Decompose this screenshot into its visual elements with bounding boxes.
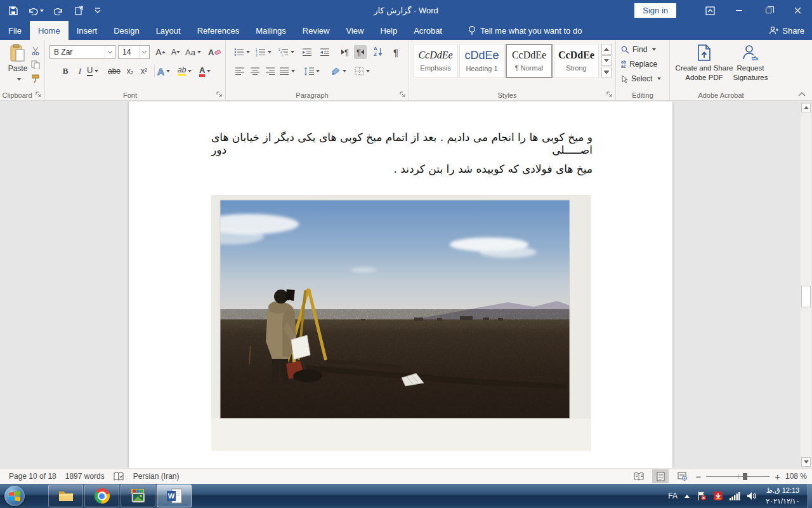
scroll-up-button[interactable] [801,103,811,112]
font-color-button[interactable]: A [199,64,211,78]
select-button[interactable]: Select [621,74,661,83]
clipboard-dialog-launcher[interactable] [36,91,42,98]
line-spacing-button[interactable] [303,64,320,78]
styles-more-button[interactable] [601,67,612,77]
tab-review[interactable]: Review [294,21,338,40]
action-center-flag-icon[interactable] [697,491,707,501]
tab-acrobat[interactable]: Acrobat [405,21,450,40]
request-signatures-button[interactable]: RequestSignatures [731,44,770,83]
find-dropdown[interactable] [652,48,656,51]
tab-layout[interactable]: Layout [148,21,189,40]
tab-insert[interactable]: Insert [69,21,106,40]
redo-icon[interactable] [54,6,63,15]
restore-button[interactable] [754,0,783,21]
sign-in-button[interactable]: Sign in [634,3,676,18]
style-normal[interactable]: CcDdEe ¶ Normal [506,44,553,78]
select-dropdown[interactable] [657,77,661,80]
paragraph-dialog-launcher[interactable] [400,91,406,98]
shrink-font-button[interactable]: A [169,45,182,59]
save-icon[interactable] [9,6,18,15]
strikethrough-button[interactable]: abe [107,64,121,78]
tab-mailings[interactable]: Mailings [247,21,294,40]
tab-references[interactable]: References [189,21,247,40]
print-layout-button[interactable] [652,469,669,483]
page-indicator[interactable]: Page 10 of 18 [9,472,56,481]
highlight-dropdown[interactable] [188,70,192,72]
font-dialog-launcher[interactable] [216,91,223,98]
grow-font-button[interactable]: A [154,45,167,59]
vertical-scrollbar[interactable] [801,103,811,467]
tab-design[interactable]: Design [105,21,147,40]
show-desktop-button[interactable] [808,484,812,508]
zoom-slider-thumb[interactable] [743,473,747,480]
zoom-level[interactable]: 108 % [785,472,807,481]
close-button[interactable] [783,0,812,21]
superscript-button[interactable]: x² [138,64,150,78]
taskbar-explorer-button[interactable] [48,485,83,507]
share-button[interactable]: Share [769,21,804,40]
style-heading1[interactable]: cDdEe Heading 1 [459,44,504,78]
find-button[interactable]: Find [621,45,656,54]
underline-button[interactable]: U [86,64,99,78]
decrease-indent-button[interactable] [301,45,313,59]
download-manager-icon[interactable] [713,491,723,501]
start-button[interactable] [4,486,25,506]
document-page[interactable]: و میخ کوبی ها را انجام می دادیم . بعد از… [129,102,672,468]
styles-scroll-down[interactable] [601,55,612,66]
scrollbar-thumb[interactable] [801,286,811,307]
taskbar-word-button[interactable]: W [157,485,192,507]
align-right-button[interactable] [264,64,277,78]
rtl-direction-button[interactable]: ¶ [354,45,367,59]
undo-dropdown[interactable] [40,10,44,12]
borders-dropdown[interactable] [366,70,370,72]
bullets-button[interactable] [233,45,251,59]
proofing-icon[interactable] [114,472,124,481]
replace-button[interactable]: abacReplace [621,60,657,69]
touch-mode-icon[interactable] [74,6,84,15]
align-left-button[interactable] [233,64,246,78]
bullets-dropdown[interactable] [246,51,250,53]
subscript-button[interactable]: x₂ [124,64,136,78]
format-painter-button[interactable] [29,72,42,86]
zoom-in-button[interactable]: + [775,471,780,482]
taskbar-chrome-button[interactable] [84,485,119,507]
line-spacing-dropdown[interactable] [316,70,320,72]
taskbar-clock[interactable]: 12:13 ق.ظ ۲۰۲۱/۱۲/۱۰ [760,485,806,507]
ltr-direction-button[interactable]: ¶ [339,45,351,59]
paste-button[interactable]: Paste [5,44,30,83]
style-strong[interactable]: CcDdEe Strong [554,44,599,78]
language-indicator[interactable]: Persian (Iran) [133,472,180,481]
minimize-button[interactable] [724,0,754,21]
shading-dropdown[interactable] [343,70,346,72]
font-size-combo[interactable]: 14 [118,45,150,59]
ribbon-display-options-icon[interactable] [695,0,724,21]
create-share-pdf-button[interactable]: Create and ShareAdobe PDF [671,44,737,83]
styles-dialog-launcher[interactable] [606,91,613,98]
tell-me-box[interactable]: Tell me what you want to do [459,21,591,40]
tab-file[interactable]: File [0,21,30,40]
tab-home[interactable]: Home [30,21,69,40]
copy-button[interactable] [29,58,42,72]
network-signal-icon[interactable] [730,491,740,500]
taskbar-photo-viewer-button[interactable] [121,485,155,507]
align-center-button[interactable] [249,64,261,78]
numbering-dropdown[interactable] [268,51,272,53]
tab-help[interactable]: Help [372,21,405,40]
text-effects-button[interactable]: A [157,64,171,78]
volume-icon[interactable] [747,491,757,500]
borders-button[interactable] [354,64,370,78]
read-mode-button[interactable] [631,469,647,483]
collapse-ribbon-icon[interactable] [798,91,806,97]
justify-button[interactable] [279,64,296,78]
font-size-dropdown[interactable] [139,46,149,58]
undo-icon[interactable] [28,6,44,15]
clear-formatting-button[interactable]: A [207,45,221,59]
justify-dropdown[interactable] [291,70,295,72]
font-color-dropdown[interactable] [207,70,211,72]
multilevel-dropdown[interactable] [291,51,294,53]
font-name-combo[interactable]: B Zar [49,45,115,59]
language-switcher[interactable]: FA [668,491,678,500]
sort-button[interactable]: AZ [372,45,384,59]
text-effects-dropdown[interactable] [166,70,170,72]
numbering-button[interactable]: 123 [255,45,272,59]
